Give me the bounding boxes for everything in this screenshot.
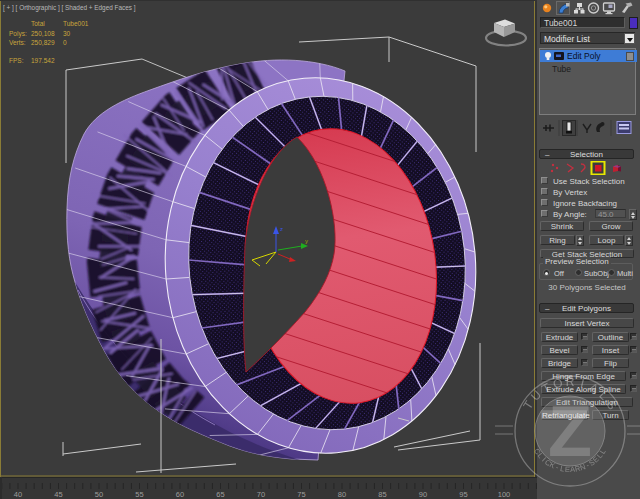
svg-text:Tube001: Tube001	[63, 20, 89, 27]
svg-text:80: 80	[338, 490, 346, 499]
svg-text:30: 30	[63, 30, 71, 37]
svg-text:55: 55	[135, 490, 143, 499]
svg-text:FPS:: FPS:	[9, 57, 24, 64]
svg-text:50: 50	[95, 490, 103, 499]
svg-text:90: 90	[419, 490, 427, 499]
svg-text:85: 85	[378, 490, 386, 499]
svg-text:100: 100	[498, 490, 511, 499]
svg-text:95: 95	[459, 490, 467, 499]
svg-text:70: 70	[257, 490, 265, 499]
svg-text:250,829: 250,829	[31, 39, 55, 46]
svg-text:Total: Total	[31, 20, 45, 27]
svg-text:75: 75	[297, 490, 305, 499]
svg-text:Polys:: Polys:	[9, 30, 27, 38]
svg-text:197.542: 197.542	[31, 57, 55, 64]
svg-text:[ + ] [ Orthographic ] [ Shade: [ + ] [ Orthographic ] [ Shaded + Edged …	[3, 4, 136, 12]
svg-text:45: 45	[54, 490, 62, 499]
svg-text:z: z	[280, 226, 283, 232]
svg-text:60: 60	[176, 490, 184, 499]
svg-text:y: y	[305, 238, 308, 244]
svg-text:Verts:: Verts:	[9, 39, 26, 46]
svg-text:65: 65	[216, 490, 224, 499]
svg-text:250,108: 250,108	[31, 30, 55, 37]
svg-text:0: 0	[63, 39, 67, 46]
svg-text:40: 40	[14, 490, 22, 499]
